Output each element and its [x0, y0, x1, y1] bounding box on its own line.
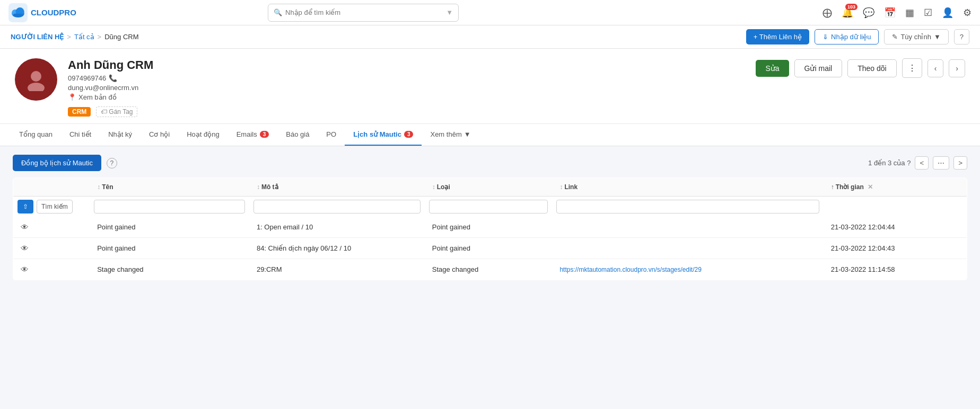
row1-mota: 1: Open email / 10 [249, 217, 425, 238]
filter-ten-input[interactable] [94, 200, 245, 214]
mautic-table: ↕ Tên ↕ Mô tả ↕ Loại [13, 177, 967, 280]
contact-actions: Sửa Gửi mail Theo dõi ⋮ ‹ › [756, 58, 965, 78]
tabs-bar: Tổng quan Chi tiết Nhật ký Cơ hội Hoạt đ… [0, 124, 980, 146]
tab-nhat-ky[interactable]: Nhật ký [100, 124, 141, 146]
row2-mota: 84: Chiến dịch ngày 06/12 / 10 [249, 238, 425, 259]
th-thoigian[interactable]: ↑ Thời gian ✕ [824, 178, 967, 197]
tab-emails[interactable]: Emails 3 [228, 124, 278, 146]
cloudpro-logo [8, 3, 28, 22]
th-ten[interactable]: ↕ Tên [90, 178, 249, 197]
phone-icon: 📞 [109, 74, 117, 82]
filter-action-cell: ⇧ Tìm kiếm [13, 197, 90, 217]
search-bar[interactable]: 🔍 ▼ [268, 4, 459, 22]
add-tag-button[interactable]: 🏷 Gán Tag [96, 106, 137, 117]
bell-icon[interactable]: 🔔 103 [842, 7, 853, 19]
th-action [13, 178, 90, 197]
prev-contact-button[interactable]: ‹ [928, 59, 944, 77]
chevron-down-icon: ▼ [446, 8, 453, 16]
main-content: Đồng bộ lịch sử Mautic ? 1 đến 3 của ? <… [0, 146, 980, 289]
sync-button[interactable]: Đồng bộ lịch sử Mautic [13, 155, 101, 171]
stage-link[interactable]: https://mktautomation.cloudpro.vn/s/stag… [559, 266, 701, 273]
breadcrumb-bar: NGƯỜI LIÊN HỆ > Tất cả > Dũng CRM + Thêm… [0, 25, 980, 49]
help-button[interactable]: ? [954, 29, 969, 45]
th-link[interactable]: ↕ Link [552, 178, 823, 197]
filter-loai-input[interactable] [429, 200, 548, 214]
filter-loai-cell [425, 197, 553, 217]
breadcrumb-sep2: > [98, 33, 102, 41]
add-contact-button[interactable]: + Thêm Liên hệ [746, 29, 809, 45]
mautic-left: Đồng bộ lịch sử Mautic ? [13, 155, 117, 171]
mautic-header: Đồng bộ lịch sử Mautic ? 1 đến 3 của ? <… [13, 155, 967, 171]
contact-info: Anh Dũng CRM 0974969746 📞 dung.vu@online… [68, 58, 745, 117]
svg-point-5 [31, 71, 41, 82]
nav-icons: ⨁ 🔔 103 💬 📅 ▦ ☑ 👤 ⚙ [822, 7, 972, 19]
logo-text: CLOUDPRO [31, 8, 76, 17]
avatar [15, 58, 57, 101]
more-options-button[interactable]: ⋯ [933, 156, 949, 170]
search-input[interactable] [285, 8, 443, 16]
filter-link-input[interactable] [556, 200, 819, 214]
view-icon[interactable]: 👁 [21, 223, 29, 232]
table-row: 👁 Point gained 84: Chiến dịch ngày 06/12… [13, 238, 967, 259]
chat-icon[interactable]: 💬 [863, 7, 874, 19]
breadcrumb-sep1: > [67, 33, 71, 41]
tab-co-hoi[interactable]: Cơ hội [141, 124, 178, 146]
user-icon[interactable]: 👤 [942, 7, 953, 19]
add-icon[interactable]: ⨁ [822, 7, 832, 19]
filter-label-button[interactable]: Tìm kiếm [37, 200, 73, 214]
search-icon: 🔍 [274, 8, 282, 16]
filter-search-button[interactable]: ⇧ [18, 200, 33, 214]
row2-loai: Point gained [425, 238, 553, 259]
close-sort-icon[interactable]: ✕ [868, 183, 873, 191]
breadcrumb-actions: + Thêm Liên hệ ⇓ Nhập dữ liệu ✎ Tùy chỉn… [746, 29, 969, 45]
sort-icon-ten: ↕ [97, 183, 100, 191]
filter-row: ⇧ Tìm kiếm [13, 197, 967, 217]
settings-icon[interactable]: ⚙ [963, 7, 972, 19]
row3-action: 👁 [13, 259, 90, 280]
logo-area: CLOUDPRO [8, 3, 83, 22]
next-page-button[interactable]: > [953, 156, 967, 170]
tab-tong-quan[interactable]: Tổng quan [11, 124, 61, 146]
breadcrumb-root[interactable]: NGƯỜI LIÊN HỆ [11, 33, 64, 41]
import-data-button[interactable]: ⇓ Nhập dữ liệu [815, 29, 879, 45]
tab-lich-su-mautic[interactable]: Lịch sử Mautic 3 [345, 124, 422, 146]
chart-icon[interactable]: ▦ [905, 7, 914, 19]
th-mota[interactable]: ↕ Mô tả [249, 178, 425, 197]
pagination-text: 1 đến 3 của ? [868, 159, 911, 167]
row1-link [552, 217, 823, 238]
prev-page-button[interactable]: < [915, 156, 929, 170]
row3-mota: 29:CRM [249, 259, 425, 280]
breadcrumb-level1[interactable]: Tất cả [74, 33, 94, 41]
tab-hoat-dong[interactable]: Hoạt động [178, 124, 228, 146]
contact-name: Anh Dũng CRM [68, 58, 745, 72]
follow-button[interactable]: Theo dõi [847, 59, 896, 77]
upload-icon: ⇧ [23, 203, 28, 210]
send-mail-button[interactable]: Gửi mail [794, 59, 843, 77]
help-circle-icon[interactable]: ? [107, 158, 117, 168]
next-contact-button[interactable]: › [949, 59, 965, 77]
calendar-icon[interactable]: 📅 [884, 7, 896, 19]
tab-bao-gia[interactable]: Báo giá [277, 124, 318, 146]
edit-button[interactable]: Sửa [756, 60, 789, 77]
filter-thoigian-cell [824, 197, 967, 217]
mautic-right: 1 đến 3 của ? < ⋯ > [868, 156, 967, 170]
tab-chi-tiet[interactable]: Chi tiết [61, 124, 100, 146]
view-icon[interactable]: 👁 [21, 265, 29, 274]
breadcrumb: NGƯỜI LIÊN HỆ > Tất cả > Dũng CRM [11, 33, 746, 41]
filter-link-cell [552, 197, 823, 217]
more-actions-button[interactable]: ⋮ [902, 58, 922, 78]
contact-map-link[interactable]: 📍 Xem bản đồ [68, 93, 745, 101]
row1-action: 👁 [13, 217, 90, 238]
row3-thoigian: 21-03-2022 11:14:58 [824, 259, 967, 280]
th-loai[interactable]: ↕ Loại [425, 178, 553, 197]
table-row: 👁 Stage changed 29:CRM Stage changed htt… [13, 259, 967, 280]
row3-link[interactable]: https://mktautomation.cloudpro.vn/s/stag… [552, 259, 823, 280]
view-icon[interactable]: 👁 [21, 244, 29, 253]
customize-icon: ✎ [892, 33, 898, 41]
avatar-icon [24, 68, 48, 91]
tab-po[interactable]: PO [318, 124, 345, 146]
checkbox-icon[interactable]: ☑ [924, 7, 932, 19]
tab-xem-them[interactable]: Xem thêm ▼ [422, 124, 479, 146]
customize-button[interactable]: ✎ Tùy chỉnh ▼ [884, 29, 948, 45]
filter-mota-input[interactable] [253, 200, 421, 214]
